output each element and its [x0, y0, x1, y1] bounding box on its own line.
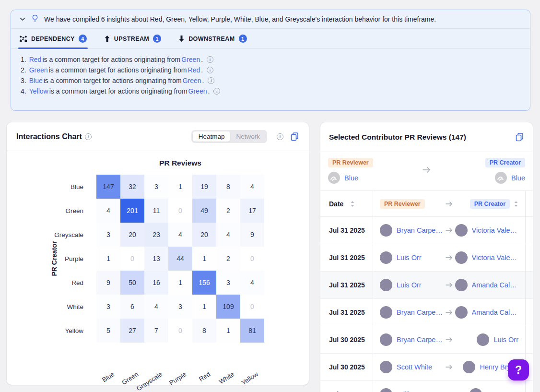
avatar [495, 172, 507, 184]
heatmap-cell-greyscale-green[interactable]: 20 [120, 223, 144, 247]
insight-source-link[interactable]: Green [188, 86, 207, 96]
info-icon[interactable]: i [208, 77, 214, 84]
reviewer-link[interactable]: Bryan Carpenter [397, 226, 444, 234]
heatmap-cell-greyscale-greyscale[interactable]: 23 [144, 223, 168, 247]
heatmap-cell-red-blue[interactable]: 9 [96, 271, 120, 295]
heatmap-cell-purple-blue[interactable]: 1 [96, 247, 120, 271]
arrow-right-icon [422, 166, 432, 176]
heatmap-cell-purple-yellow[interactable]: 0 [240, 247, 264, 271]
heatmap-cell-blue-white[interactable]: 8 [216, 175, 240, 199]
chevron-down-icon[interactable] [19, 16, 26, 23]
heatmap-cell-green-yellow[interactable]: 17 [240, 199, 264, 223]
heatmap-cell-red-white[interactable]: 3 [216, 271, 240, 295]
heatmap-cell-red-greyscale[interactable]: 16 [144, 271, 168, 295]
heatmap-cell-greyscale-yellow[interactable]: 9 [240, 223, 264, 247]
copy-icon[interactable] [290, 132, 299, 141]
heatmap-cell-white-yellow[interactable]: 0 [240, 295, 264, 319]
heatmap-cell-yellow-greyscale[interactable]: 7 [144, 319, 168, 343]
selected-reviewer-name[interactable]: Blue [344, 174, 358, 182]
creator-link[interactable]: Amanda Calh… [472, 309, 519, 316]
toggle-option-network[interactable]: Network [230, 131, 266, 142]
reviewer-link[interactable]: Luis Orr [397, 281, 422, 289]
table-row[interactable]: Jul 30 2025 Bryan Carpenter Luis Orr [320, 326, 533, 353]
heatmap-cell-yellow-purple[interactable]: 0 [168, 319, 192, 343]
sort-icon[interactable] [350, 201, 355, 207]
creator-link[interactable]: Victoria Valencia [472, 254, 519, 261]
table-row[interactable]: Jul 31 2025 Bryan Carpenter Amanda Calh… [320, 298, 533, 326]
toggle-option-heatmap[interactable]: Heatmap [193, 131, 231, 142]
tab-downstream[interactable]: DOWNSTREAM 1 [178, 29, 247, 48]
heatmap-cell-yellow-white[interactable]: 1 [216, 319, 240, 343]
heatmap-cell-white-blue[interactable]: 3 [96, 295, 120, 319]
table-row[interactable]: Jul 31 2025 Bryan Carpenter Victoria Val… [320, 216, 533, 244]
insight-target-link[interactable]: Yellow [29, 86, 48, 96]
heatmap-cell-green-purple[interactable]: 0 [168, 199, 192, 223]
insight-source-link[interactable]: Green [183, 75, 201, 86]
table-row[interactable]: Jul 30 2025 William F… Henry B… [320, 380, 533, 392]
heatmap-cell-blue-blue[interactable]: 147 [96, 175, 120, 199]
table-row[interactable]: Jul 30 2025 Scott White Henry Bryan [320, 353, 533, 380]
heatmap-cell-purple-white[interactable]: 2 [216, 247, 240, 271]
heatmap-cell-green-greyscale[interactable]: 11 [144, 199, 168, 223]
help-button[interactable]: ? [508, 359, 529, 380]
heatmap-cell-greyscale-red[interactable]: 20 [192, 223, 216, 247]
reviewer-link[interactable]: Luis Orr [397, 254, 422, 261]
heatmap-cell-blue-green[interactable]: 32 [120, 175, 144, 199]
row-date: Jul 31 2025 [320, 272, 373, 298]
heatmap-cell-blue-greyscale[interactable]: 3 [144, 175, 168, 199]
reviewer-link[interactable]: Scott White [397, 363, 432, 371]
heatmap-cell-white-greyscale[interactable]: 4 [144, 295, 168, 319]
heatmap-cell-purple-green[interactable]: 0 [120, 247, 144, 271]
heatmap-cell-white-green[interactable]: 6 [120, 295, 144, 319]
reviewer-link[interactable]: Bryan Carpenter [397, 309, 444, 316]
date-column-header[interactable]: Date [329, 200, 343, 208]
insight-target-link[interactable]: Green [29, 65, 48, 75]
sort-icon[interactable] [514, 201, 518, 207]
heatmap-cell-red-red[interactable]: 156 [192, 271, 216, 295]
insight-target-link[interactable]: Blue [29, 75, 43, 86]
heatmap-cell-red-yellow[interactable]: 4 [240, 271, 264, 295]
heatmap-cell-purple-red[interactable]: 1 [192, 247, 216, 271]
heatmap-cell-blue-red[interactable]: 19 [192, 175, 216, 199]
heatmap-cell-greyscale-purple[interactable]: 4 [168, 223, 192, 247]
heatmap-cell-red-green[interactable]: 50 [120, 271, 144, 295]
heatmap-cell-blue-yellow[interactable]: 4 [240, 175, 264, 199]
heatmap-cell-white-purple[interactable]: 3 [168, 295, 192, 319]
heatmap-cell-green-green[interactable]: 201 [120, 199, 144, 223]
heatmap-cell-green-red[interactable]: 49 [192, 199, 216, 223]
info-icon[interactable]: i [213, 88, 220, 95]
insights-summary: We have compiled 6 insights about Red, G… [44, 15, 436, 23]
heatmap-cell-greyscale-white[interactable]: 4 [216, 223, 240, 247]
creator-link[interactable]: Luis Orr [493, 336, 518, 344]
insight-source-link[interactable]: Red [188, 65, 200, 75]
table-row[interactable]: Jul 31 2025 Luis Orr Amanda Calh… [320, 271, 533, 298]
info-icon[interactable]: i [85, 133, 92, 140]
avatar [455, 224, 468, 237]
selected-creator-name[interactable]: Blue [511, 174, 525, 182]
reviewer-link[interactable]: Bryan Carpenter [397, 336, 444, 344]
info-icon[interactable]: i [207, 56, 213, 63]
tab-dependency[interactable]: DEPENDENCY 4 [19, 29, 87, 48]
heatmap-cell-white-white[interactable]: 109 [216, 295, 240, 319]
heatmap-cell-blue-purple[interactable]: 1 [168, 175, 192, 199]
heatmap-cell-white-red[interactable]: 1 [192, 295, 216, 319]
table-row[interactable]: Jul 31 2025 Luis Orr Victoria Valencia [320, 244, 533, 271]
info-icon[interactable]: i [277, 133, 283, 140]
heatmap-cell-green-blue[interactable]: 4 [96, 199, 120, 223]
heatmap-cell-yellow-red[interactable]: 8 [192, 319, 216, 343]
info-icon[interactable]: i [207, 67, 213, 73]
heatmap-cell-green-white[interactable]: 2 [216, 199, 240, 223]
heatmap-cell-yellow-blue[interactable]: 5 [96, 319, 120, 343]
heatmap-cell-purple-purple[interactable]: 44 [168, 247, 192, 271]
insight-source-link[interactable]: Green [181, 54, 200, 65]
heatmap-cell-yellow-green[interactable]: 27 [120, 319, 144, 343]
heatmap-cell-purple-greyscale[interactable]: 13 [144, 247, 168, 271]
heatmap-cell-red-purple[interactable]: 1 [168, 271, 192, 295]
creator-link[interactable]: Victoria Valencia [472, 226, 519, 234]
heatmap-cell-greyscale-blue[interactable]: 3 [96, 223, 120, 247]
copy-icon[interactable] [515, 132, 524, 142]
creator-link[interactable]: Amanda Calh… [472, 281, 519, 289]
tab-upstream[interactable]: UPSTREAM 1 [104, 29, 161, 48]
insight-target-link[interactable]: Red [29, 54, 42, 65]
heatmap-cell-yellow-yellow[interactable]: 81 [240, 319, 264, 343]
